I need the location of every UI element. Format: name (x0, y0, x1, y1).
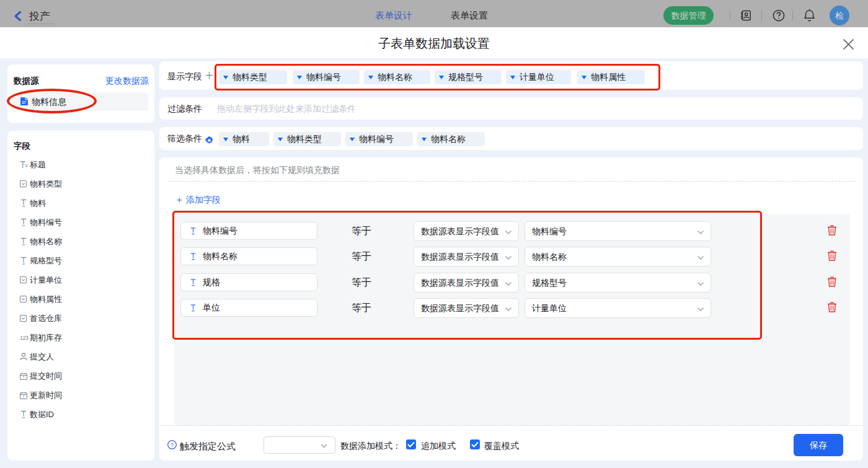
svg-text:?: ? (170, 441, 174, 448)
svg-text:7: 7 (22, 375, 25, 379)
svg-text:7: 7 (22, 394, 25, 398)
